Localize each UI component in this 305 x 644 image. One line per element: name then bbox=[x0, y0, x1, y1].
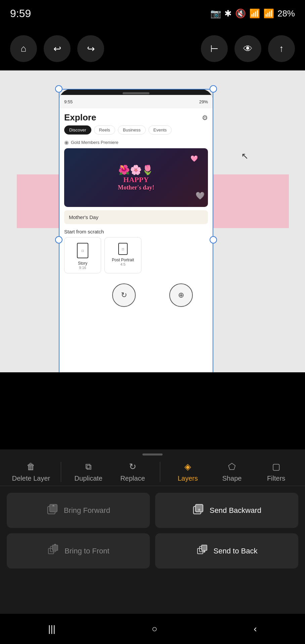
send-backward-icon bbox=[192, 503, 204, 518]
duplicate-label: Duplicate bbox=[75, 475, 102, 482]
filters-icon: ▢ bbox=[272, 462, 280, 472]
bring-to-front-button[interactable]: Bring to Front bbox=[7, 533, 150, 569]
tab-events[interactable]: Events bbox=[148, 125, 172, 135]
phone-battery: 29% bbox=[199, 99, 208, 104]
preview-icon: 👁 bbox=[243, 43, 253, 54]
device-nav-bar: ||| ○ ‹ bbox=[0, 614, 305, 644]
featured-card: 🩷 🌺🌸🌷 HAPPY Mother's day! 🤍 bbox=[64, 148, 208, 207]
send-to-back-label: Send to Back bbox=[214, 547, 258, 555]
tool-filters[interactable]: ▢ Filters bbox=[259, 462, 293, 482]
layers-label: Layers bbox=[178, 475, 198, 482]
preview-button[interactable]: 👁 bbox=[234, 35, 261, 62]
device-home-icon: ○ bbox=[152, 624, 158, 634]
portrait-ratio: 4:5 bbox=[105, 262, 141, 266]
tab-reels[interactable]: Reels bbox=[94, 125, 115, 135]
split-button[interactable]: ⊢ bbox=[201, 35, 228, 62]
handle-middle-left[interactable] bbox=[55, 236, 62, 244]
share-icon: ↑ bbox=[279, 43, 284, 54]
bring-forward-icon bbox=[46, 503, 58, 518]
story-name: Story bbox=[64, 261, 101, 266]
rotate-icon: ↻ bbox=[121, 291, 127, 300]
send-to-back-icon bbox=[196, 544, 208, 558]
bring-to-front-label: Bring to Front bbox=[64, 547, 109, 555]
bottom-controls: ↻ ⊕ bbox=[0, 283, 305, 307]
app-title: Explore bbox=[64, 112, 96, 123]
tool-duplicate[interactable]: ⧉ Duplicate bbox=[72, 462, 105, 482]
handle-top-right[interactable] bbox=[210, 85, 217, 93]
heart-icon: 🩷 bbox=[190, 155, 198, 162]
device-back-icon: ‹ bbox=[254, 624, 257, 634]
tab-business[interactable]: Business bbox=[118, 125, 146, 135]
scratch-title: Start from scratch bbox=[59, 227, 213, 237]
bluetooth-icon: ✱ bbox=[224, 8, 232, 19]
send-to-back-button[interactable]: Send to Back bbox=[155, 533, 298, 569]
tool-layers[interactable]: ◈ Layers bbox=[171, 462, 205, 482]
status-time: 9:59 bbox=[10, 7, 31, 20]
status-bar: 9:59 📷 ✱ 🔇 📶 📶 28% bbox=[0, 0, 305, 27]
layers-icon: ◈ bbox=[184, 462, 191, 472]
send-backward-label: Send Backward bbox=[210, 506, 261, 515]
handle-top-left[interactable] bbox=[55, 85, 62, 93]
phone-time: 9:55 bbox=[64, 99, 73, 104]
tab-discover[interactable]: Discover bbox=[64, 125, 91, 135]
share-button[interactable]: ↑ bbox=[268, 35, 295, 62]
svg-rect-6 bbox=[52, 545, 58, 550]
portrait-name: Post Portrait bbox=[105, 258, 141, 262]
device-home-button[interactable]: ○ bbox=[152, 624, 158, 634]
tabs-row: Discover Reels Business Events bbox=[59, 125, 213, 138]
redo-button[interactable]: ↪ bbox=[77, 35, 104, 62]
shape-icon: ⬠ bbox=[228, 462, 236, 472]
home-icon: ⌂ bbox=[21, 43, 27, 54]
phone-mockup[interactable]: 9:55 29% Explore ⚙ Discover Reels Busine… bbox=[59, 89, 213, 372]
bring-forward-label: Bring Forward bbox=[64, 506, 110, 515]
story-ratio: 9:16 bbox=[64, 266, 101, 270]
phone-screen: Explore ⚙ Discover Reels Business Events… bbox=[59, 108, 213, 372]
tool-replace[interactable]: ↻ Replace bbox=[116, 462, 149, 482]
phone-status-bar: 9:55 29% bbox=[59, 95, 213, 108]
status-icons: 📷 ✱ 🔇 📶 📶 28% bbox=[210, 8, 295, 19]
home-button[interactable]: ⌂ bbox=[10, 35, 37, 62]
canvas-area[interactable]: 9:55 29% Explore ⚙ Discover Reels Busine… bbox=[0, 70, 305, 372]
move-icon: ⊕ bbox=[178, 291, 184, 300]
action-grid: Bring Forward Send Backward bbox=[0, 486, 305, 575]
featured-label: Mother's Day bbox=[64, 210, 208, 224]
handle-middle-right[interactable] bbox=[210, 236, 217, 244]
toolbar-left: ⌂ ↩ ↪ bbox=[10, 35, 104, 62]
gold-label: Gold Members Premiere bbox=[71, 140, 119, 145]
tool-divider-1 bbox=[61, 462, 61, 482]
move-control[interactable]: ⊕ bbox=[169, 283, 193, 307]
redo-icon: ↪ bbox=[87, 43, 95, 54]
phone-frame: 9:55 29% Explore ⚙ Discover Reels Busine… bbox=[59, 89, 213, 372]
rotate-control[interactable]: ↻ bbox=[112, 283, 136, 307]
device-menu-button[interactable]: ||| bbox=[48, 624, 55, 634]
portrait-icon: □ bbox=[118, 243, 128, 255]
tool-shape[interactable]: ⬠ Shape bbox=[215, 462, 249, 482]
undo-icon: ↩ bbox=[53, 43, 61, 54]
shape-label: Shape bbox=[222, 475, 242, 482]
app-header: Explore ⚙ bbox=[59, 108, 213, 125]
toolbar-right: ⊢ 👁 ↑ bbox=[201, 35, 295, 62]
mute-icon: 🔇 bbox=[235, 8, 246, 19]
battery-label: 28% bbox=[277, 8, 295, 19]
subtitle-text: Mother's day! bbox=[118, 184, 154, 191]
bring-to-front-icon bbox=[47, 544, 59, 558]
send-backward-button[interactable]: Send Backward bbox=[155, 493, 298, 528]
svg-rect-9 bbox=[202, 545, 207, 550]
heart-icon-2: 🤍 bbox=[195, 192, 205, 200]
delete-label: Delete Layer bbox=[12, 475, 50, 482]
settings-icon: ⚙ bbox=[202, 114, 208, 122]
tool-delete[interactable]: 🗑 Delete Layer bbox=[12, 462, 50, 482]
template-portrait[interactable]: □ Post Portrait 4:5 bbox=[104, 237, 141, 273]
story-icon: □ bbox=[77, 243, 88, 258]
undo-button[interactable]: ↩ bbox=[44, 35, 71, 62]
flowers-decoration: 🌺🌸🌷 bbox=[118, 164, 154, 175]
gold-row: ◉ Gold Members Premiere bbox=[59, 138, 213, 148]
template-story[interactable]: □ Story 9:16 bbox=[64, 237, 101, 273]
featured-text: HAPPY Mother's day! bbox=[118, 175, 154, 191]
device-back-button[interactable]: ‹ bbox=[254, 624, 257, 634]
cursor: ↖ bbox=[241, 151, 251, 161]
replace-icon: ↻ bbox=[129, 462, 136, 472]
duplicate-icon: ⧉ bbox=[85, 462, 92, 472]
bring-forward-button[interactable]: Bring Forward bbox=[7, 493, 150, 528]
top-toolbar: ⌂ ↩ ↪ ⊢ 👁 ↑ bbox=[0, 27, 305, 70]
